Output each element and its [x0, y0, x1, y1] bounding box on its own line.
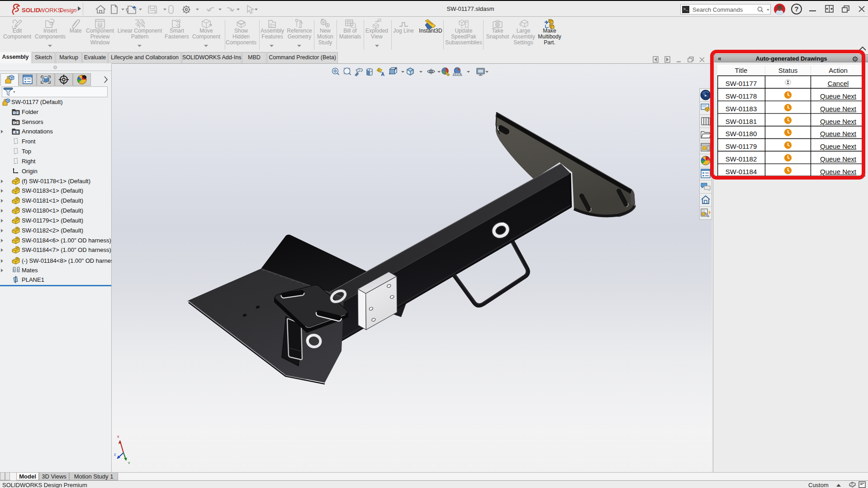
svg-text:A: A	[381, 71, 385, 77]
svg-text:Design: Design	[60, 7, 77, 14]
svg-text:WORKS: WORKS	[39, 7, 62, 14]
svg-text:x: x	[117, 434, 119, 439]
svg-text:A: A	[14, 130, 17, 134]
svg-text:z: z	[114, 452, 116, 457]
svg-text:SOLID: SOLID	[22, 7, 40, 14]
svg-text:y: y	[128, 460, 130, 464]
